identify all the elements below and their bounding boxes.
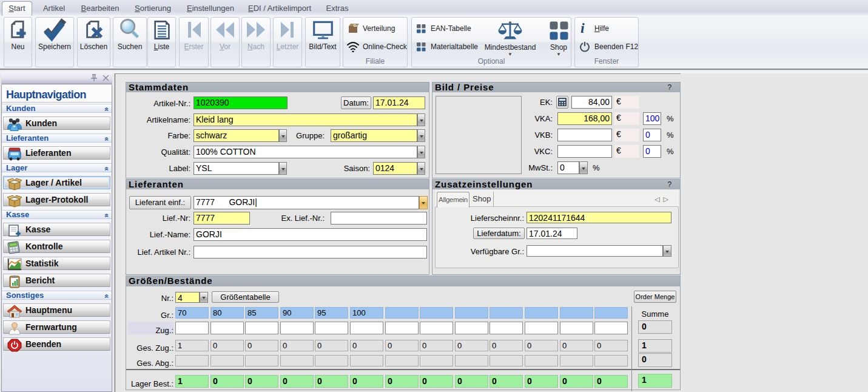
svg-text:i: i [580,22,585,35]
